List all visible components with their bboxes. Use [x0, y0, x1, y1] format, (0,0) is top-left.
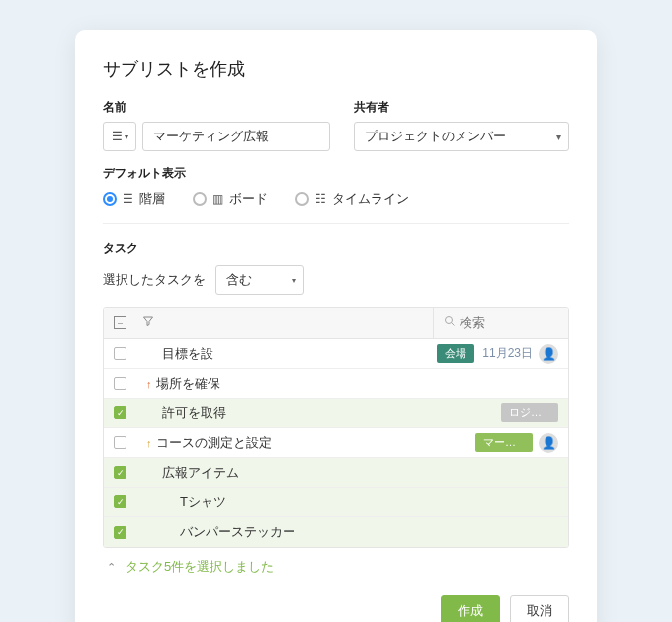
cancel-button[interactable]: 取消 [510, 595, 569, 622]
timeline-icon: ☷ [315, 192, 326, 206]
table-header: – [104, 308, 568, 339]
avatar: 👤 [539, 433, 558, 453]
view-label: 階層 [139, 190, 165, 208]
avatar: 👤 [539, 344, 558, 364]
collapse-all-toggle[interactable]: – [114, 316, 126, 329]
task-date: 11月23日 [482, 345, 533, 362]
table-row[interactable]: ✓許可を取得ロジス… [104, 399, 568, 428]
include-prefix: 選択したタスクを [103, 271, 206, 289]
task-tag: 会場 [437, 344, 474, 363]
task-name-text: 場所を確保 [156, 375, 220, 393]
radio-checked-icon [103, 192, 117, 206]
task-name-text: 許可を取得 [162, 404, 226, 422]
svg-point-0 [446, 317, 453, 324]
chevron-down-icon: ▾ [125, 133, 128, 141]
row-checkbox[interactable] [114, 436, 126, 449]
task-name: ↑場所を確保 [162, 375, 548, 393]
summary-collapse-toggle[interactable]: ⌃ [107, 561, 116, 574]
tasks-label: タスク [103, 240, 569, 257]
priority-arrow-icon: ↑ [146, 378, 152, 390]
task-name-text: 広報アイテム [162, 464, 239, 482]
include-value: 含む [226, 271, 252, 289]
create-button[interactable]: 作成 [441, 595, 500, 622]
task-name-text: バンパーステッカー [180, 523, 295, 541]
filter-icon[interactable] [142, 315, 154, 330]
task-tag: ロジス… [501, 403, 558, 422]
search-icon [444, 315, 456, 330]
list-icon: ☰ [112, 130, 123, 143]
selection-summary: タスク5件を選択しました [126, 558, 274, 576]
task-name-text: 目標を設 [162, 345, 213, 363]
row-checkbox[interactable] [114, 347, 126, 360]
task-table: – 目標を設会場11月23日👤↑場所を確保✓許可を取得ロジス…↑コースの測定と設… [103, 307, 569, 548]
view-option-hierarchy[interactable]: ☰ 階層 [103, 190, 165, 208]
row-checkbox[interactable] [114, 377, 126, 390]
task-name: 広報アイテム [162, 464, 548, 482]
view-option-timeline[interactable]: ☷ タイムライン [295, 190, 409, 208]
table-row[interactable]: ✓Tシャツ [104, 488, 568, 517]
row-checkbox[interactable]: ✓ [114, 466, 126, 479]
table-row[interactable]: ↑場所を確保 [104, 369, 568, 399]
table-row[interactable]: 目標を設会場11月23日👤 [104, 339, 568, 369]
sharer-label: 共有者 [354, 99, 569, 116]
row-checkbox[interactable]: ✓ [114, 495, 126, 508]
priority-arrow-icon: ↑ [146, 437, 152, 449]
name-icon-picker[interactable]: ☰ ▾ [103, 122, 136, 151]
task-name: バンパーステッカー [180, 523, 548, 541]
row-checkbox[interactable]: ✓ [114, 406, 126, 419]
board-icon: ▥ [212, 192, 223, 206]
task-tag: マーケ… [475, 433, 533, 452]
view-label: タイムライン [332, 190, 409, 208]
view-label: ボード [229, 190, 268, 208]
task-name: ↑コースの測定と設定 [162, 434, 465, 452]
sharer-select[interactable]: プロジェクトのメンバー [354, 122, 569, 151]
create-sublist-modal: サブリストを作成 名前 ☰ ▾ 共有者 プロジェクトのメンバー ▾ デフォルト表… [75, 30, 597, 622]
table-row[interactable]: ✓バンパーステッカー [104, 517, 568, 547]
svg-line-1 [452, 323, 455, 326]
name-label: 名前 [103, 99, 330, 116]
sharer-value: プロジェクトのメンバー [365, 128, 506, 145]
name-input[interactable] [142, 122, 330, 151]
view-option-board[interactable]: ▥ ボード [193, 190, 268, 208]
radio-unchecked-icon [193, 192, 207, 206]
table-row[interactable]: ↑コースの測定と設定マーケ…👤 [104, 428, 568, 458]
modal-title: サブリストを作成 [103, 57, 569, 81]
row-checkbox[interactable]: ✓ [114, 526, 126, 539]
search-input[interactable] [460, 315, 558, 330]
task-name: Tシャツ [180, 493, 548, 511]
task-name: 目標を設 [162, 345, 427, 363]
task-name-text: Tシャツ [180, 493, 226, 511]
task-name: 許可を取得 [162, 404, 491, 422]
radio-unchecked-icon [295, 192, 309, 206]
include-select[interactable]: 含む [215, 265, 304, 295]
hierarchy-icon: ☰ [123, 192, 133, 206]
task-name-text: コースの測定と設定 [156, 434, 272, 452]
default-view-label: デフォルト表示 [103, 165, 569, 182]
table-row[interactable]: ✓広報アイテム [104, 458, 568, 488]
